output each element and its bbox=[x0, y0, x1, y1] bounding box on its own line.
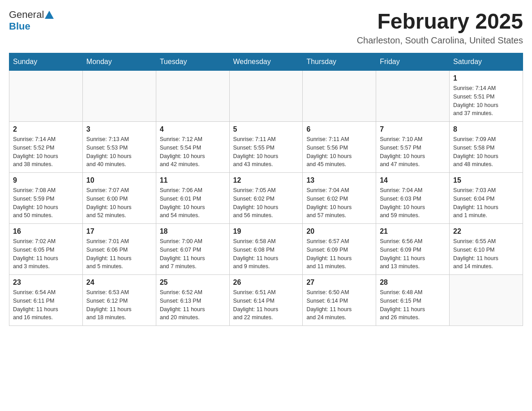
calendar-cell-4-2: 25Sunrise: 6:52 AMSunset: 6:13 PMDayligh… bbox=[156, 275, 229, 326]
logo: General Blue bbox=[9, 9, 55, 32]
day-info: Sunrise: 7:04 AMSunset: 6:03 PMDaylight:… bbox=[380, 186, 446, 220]
logo-general-text: General bbox=[9, 9, 44, 21]
calendar-cell-3-1: 17Sunrise: 7:01 AMSunset: 6:06 PMDayligh… bbox=[82, 224, 156, 275]
calendar-cell-1-4: 6Sunrise: 7:11 AMSunset: 5:56 PMDaylight… bbox=[303, 122, 376, 173]
calendar-cell-3-5: 21Sunrise: 6:56 AMSunset: 6:09 PMDayligh… bbox=[376, 224, 450, 275]
day-number: 1 bbox=[453, 74, 519, 82]
calendar-cell-2-2: 11Sunrise: 7:06 AMSunset: 6:01 PMDayligh… bbox=[156, 173, 229, 224]
header-tuesday: Tuesday bbox=[156, 53, 229, 71]
day-number: 28 bbox=[380, 278, 446, 287]
calendar-cell-1-3: 5Sunrise: 7:11 AMSunset: 5:55 PMDaylight… bbox=[229, 122, 303, 173]
day-number: 14 bbox=[380, 176, 446, 184]
calendar-cell-4-3: 26Sunrise: 6:51 AMSunset: 6:14 PMDayligh… bbox=[229, 275, 303, 326]
calendar-cell-3-2: 18Sunrise: 7:00 AMSunset: 6:07 PMDayligh… bbox=[156, 224, 229, 275]
day-info: Sunrise: 6:53 AMSunset: 6:12 PMDaylight:… bbox=[86, 288, 152, 322]
day-number: 27 bbox=[306, 278, 372, 287]
day-number: 13 bbox=[306, 176, 372, 184]
calendar-cell-1-0: 2Sunrise: 7:14 AMSunset: 5:52 PMDaylight… bbox=[9, 122, 83, 173]
day-info: Sunrise: 6:55 AMSunset: 6:10 PMDaylight:… bbox=[453, 237, 519, 271]
calendar-cell-2-5: 14Sunrise: 7:04 AMSunset: 6:03 PMDayligh… bbox=[376, 173, 450, 224]
day-number: 11 bbox=[160, 176, 226, 184]
day-number: 15 bbox=[453, 176, 519, 184]
day-info: Sunrise: 6:52 AMSunset: 6:13 PMDaylight:… bbox=[160, 288, 226, 322]
day-number: 22 bbox=[453, 227, 519, 235]
day-number: 16 bbox=[13, 227, 79, 235]
day-number: 5 bbox=[233, 125, 299, 133]
day-info: Sunrise: 7:07 AMSunset: 6:00 PMDaylight:… bbox=[86, 186, 152, 220]
header-wednesday: Wednesday bbox=[229, 53, 303, 71]
header-monday: Monday bbox=[82, 53, 156, 71]
day-info: Sunrise: 7:13 AMSunset: 5:53 PMDaylight:… bbox=[86, 135, 152, 169]
day-number: 12 bbox=[233, 176, 299, 184]
logo-blue-text: Blue bbox=[9, 21, 30, 32]
calendar-body: 1Sunrise: 7:14 AMSunset: 5:51 PMDaylight… bbox=[9, 71, 523, 326]
day-number: 8 bbox=[453, 125, 519, 133]
calendar-cell-3-4: 20Sunrise: 6:57 AMSunset: 6:09 PMDayligh… bbox=[303, 224, 376, 275]
day-number: 18 bbox=[160, 227, 226, 235]
calendar-cell-2-0: 9Sunrise: 7:08 AMSunset: 5:59 PMDaylight… bbox=[9, 173, 83, 224]
week-row-1: 2Sunrise: 7:14 AMSunset: 5:52 PMDaylight… bbox=[9, 122, 523, 173]
calendar-table: Sunday Monday Tuesday Wednesday Thursday… bbox=[9, 53, 523, 326]
day-number: 24 bbox=[86, 278, 152, 287]
day-info: Sunrise: 7:09 AMSunset: 5:58 PMDaylight:… bbox=[453, 135, 519, 169]
day-info: Sunrise: 7:14 AMSunset: 5:52 PMDaylight:… bbox=[13, 135, 79, 169]
header-friday: Friday bbox=[376, 53, 450, 71]
day-info: Sunrise: 7:14 AMSunset: 5:51 PMDaylight:… bbox=[453, 84, 519, 118]
calendar-cell-0-4 bbox=[303, 71, 376, 122]
day-info: Sunrise: 6:56 AMSunset: 6:09 PMDaylight:… bbox=[380, 237, 446, 271]
day-number: 17 bbox=[86, 227, 152, 235]
day-info: Sunrise: 7:03 AMSunset: 6:04 PMDaylight:… bbox=[453, 186, 519, 220]
day-number: 26 bbox=[233, 278, 299, 287]
calendar-cell-2-6: 15Sunrise: 7:03 AMSunset: 6:04 PMDayligh… bbox=[450, 173, 523, 224]
calendar-cell-3-6: 22Sunrise: 6:55 AMSunset: 6:10 PMDayligh… bbox=[450, 224, 523, 275]
day-info: Sunrise: 7:01 AMSunset: 6:06 PMDaylight:… bbox=[86, 237, 152, 271]
day-number: 19 bbox=[233, 227, 299, 235]
day-info: Sunrise: 7:12 AMSunset: 5:54 PMDaylight:… bbox=[160, 135, 226, 169]
week-row-2: 9Sunrise: 7:08 AMSunset: 5:59 PMDaylight… bbox=[9, 173, 523, 224]
day-info: Sunrise: 6:54 AMSunset: 6:11 PMDaylight:… bbox=[13, 288, 79, 322]
calendar-cell-1-2: 4Sunrise: 7:12 AMSunset: 5:54 PMDaylight… bbox=[156, 122, 229, 173]
day-info: Sunrise: 7:02 AMSunset: 6:05 PMDaylight:… bbox=[13, 237, 79, 271]
day-number: 21 bbox=[380, 227, 446, 235]
day-info: Sunrise: 7:10 AMSunset: 5:57 PMDaylight:… bbox=[380, 135, 446, 169]
calendar-cell-2-1: 10Sunrise: 7:07 AMSunset: 6:00 PMDayligh… bbox=[82, 173, 156, 224]
day-number: 6 bbox=[306, 125, 372, 133]
calendar-cell-2-4: 13Sunrise: 7:04 AMSunset: 6:02 PMDayligh… bbox=[303, 173, 376, 224]
day-info: Sunrise: 6:50 AMSunset: 6:14 PMDaylight:… bbox=[306, 288, 372, 322]
calendar-cell-3-0: 16Sunrise: 7:02 AMSunset: 6:05 PMDayligh… bbox=[9, 224, 83, 275]
calendar-cell-0-0 bbox=[9, 71, 83, 122]
header-saturday: Saturday bbox=[450, 53, 523, 71]
page-header: General Blue February 2025 Charleston, S… bbox=[9, 9, 523, 46]
month-title: February 2025 bbox=[357, 9, 523, 34]
calendar-cell-4-1: 24Sunrise: 6:53 AMSunset: 6:12 PMDayligh… bbox=[82, 275, 156, 326]
day-info: Sunrise: 6:51 AMSunset: 6:14 PMDaylight:… bbox=[233, 288, 299, 322]
week-row-0: 1Sunrise: 7:14 AMSunset: 5:51 PMDaylight… bbox=[9, 71, 523, 122]
calendar-cell-4-0: 23Sunrise: 6:54 AMSunset: 6:11 PMDayligh… bbox=[9, 275, 83, 326]
calendar-cell-0-3 bbox=[229, 71, 303, 122]
day-info: Sunrise: 7:04 AMSunset: 6:02 PMDaylight:… bbox=[306, 186, 372, 220]
day-number: 9 bbox=[13, 176, 79, 184]
header-thursday: Thursday bbox=[303, 53, 376, 71]
calendar-cell-4-5: 28Sunrise: 6:48 AMSunset: 6:15 PMDayligh… bbox=[376, 275, 450, 326]
week-row-4: 23Sunrise: 6:54 AMSunset: 6:11 PMDayligh… bbox=[9, 275, 523, 326]
day-info: Sunrise: 7:06 AMSunset: 6:01 PMDaylight:… bbox=[160, 186, 226, 220]
calendar-cell-3-3: 19Sunrise: 6:58 AMSunset: 6:08 PMDayligh… bbox=[229, 224, 303, 275]
day-number: 7 bbox=[380, 125, 446, 133]
logo-triangle-icon bbox=[45, 11, 54, 19]
calendar-cell-1-1: 3Sunrise: 7:13 AMSunset: 5:53 PMDaylight… bbox=[82, 122, 156, 173]
calendar-cell-4-4: 27Sunrise: 6:50 AMSunset: 6:14 PMDayligh… bbox=[303, 275, 376, 326]
day-info: Sunrise: 7:00 AMSunset: 6:07 PMDaylight:… bbox=[160, 237, 226, 271]
day-number: 2 bbox=[13, 125, 79, 133]
day-number: 3 bbox=[86, 125, 152, 133]
day-number: 23 bbox=[13, 278, 79, 287]
week-row-3: 16Sunrise: 7:02 AMSunset: 6:05 PMDayligh… bbox=[9, 224, 523, 275]
calendar-header: Sunday Monday Tuesday Wednesday Thursday… bbox=[9, 53, 523, 71]
location-subtitle: Charleston, South Carolina, United State… bbox=[357, 35, 523, 46]
calendar-cell-0-5 bbox=[376, 71, 450, 122]
days-of-week-row: Sunday Monday Tuesday Wednesday Thursday… bbox=[9, 53, 523, 71]
day-info: Sunrise: 7:08 AMSunset: 5:59 PMDaylight:… bbox=[13, 186, 79, 220]
header-sunday: Sunday bbox=[9, 53, 83, 71]
calendar-cell-0-2 bbox=[156, 71, 229, 122]
day-number: 4 bbox=[160, 125, 226, 133]
day-number: 25 bbox=[160, 278, 226, 287]
